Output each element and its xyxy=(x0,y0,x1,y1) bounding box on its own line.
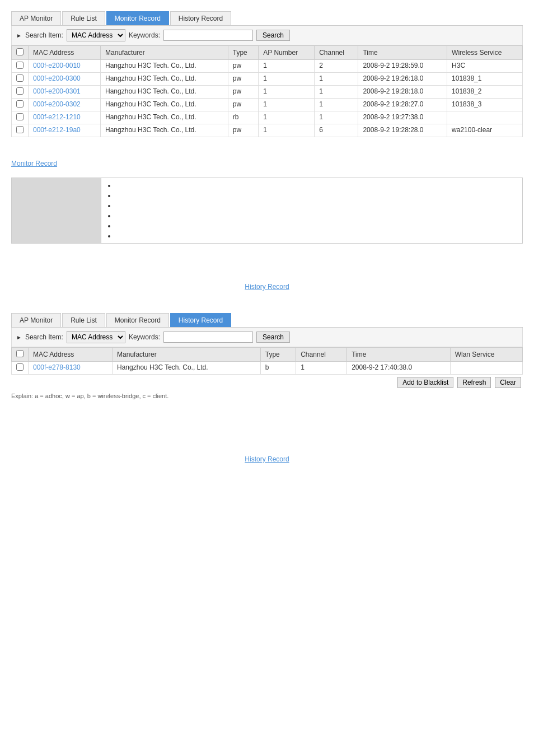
search-select-2[interactable]: MAC Address Manufacturer Type xyxy=(67,331,125,343)
col-header-channel-2: Channel xyxy=(296,348,347,362)
table-row: 000f-e200-0301 Hangzhou H3C Tech. Co., L… xyxy=(12,86,523,99)
row-time: 2008-9-2 19:26:18.0 xyxy=(358,73,447,86)
row-time: 2008-9-2 19:28:28.0 xyxy=(358,124,447,137)
explain-text: Explain: a = adhoc, w = ap, b = wireless… xyxy=(11,393,523,399)
row-manufacturer: Hangzhou H3C Tech. Co., Ltd. xyxy=(101,60,228,73)
history-record-link[interactable]: History Record xyxy=(245,283,289,291)
row-manufacturer: Hangzhou H3C Tech. Co., Ltd. xyxy=(101,99,228,111)
row-check-2[interactable] xyxy=(16,87,24,95)
row-wireless-service: 101838_3 xyxy=(447,99,523,111)
tab-history-record-1[interactable]: History Record xyxy=(170,11,231,25)
col-header-type-2: Type xyxy=(260,348,296,362)
keywords-label-2: Keywords: xyxy=(129,333,160,341)
monitor-record-section: AP Monitor Rule List Monitor Record Hist… xyxy=(11,11,523,137)
row-mac: 000f-e200-0302 xyxy=(29,99,101,111)
tab-rule-list-2[interactable]: Rule List xyxy=(62,313,105,327)
row-check-5[interactable] xyxy=(16,126,24,133)
col-header-apnumber-1: AP Number xyxy=(259,46,315,60)
row-mac: 000f-e200-0300 xyxy=(29,73,101,86)
row-checkbox[interactable] xyxy=(12,124,29,137)
mac-link-0[interactable]: 000f-e200-0010 xyxy=(33,62,81,69)
row-type: pw xyxy=(228,99,259,111)
row-checkbox[interactable] xyxy=(12,86,29,99)
row-checkbox[interactable] xyxy=(12,60,29,73)
tab-rule-list-1[interactable]: Rule List xyxy=(62,11,105,25)
col-header-mac-2: MAC Address xyxy=(29,348,113,362)
row-mac: 000f-e212-1210 xyxy=(29,111,101,124)
search-select-1[interactable]: MAC Address Manufacturer Type xyxy=(67,29,125,41)
select-all-checkbox-1[interactable] xyxy=(16,48,24,55)
row-wireless-service: 101838_1 xyxy=(447,73,523,86)
row-checkbox[interactable] xyxy=(12,111,29,124)
keywords-label-1: Keywords: xyxy=(129,31,160,39)
row-time: 2008-9-2 17:40:38.0 xyxy=(347,362,450,375)
row-mac: 000f-e212-19a0 xyxy=(29,124,101,137)
info-row xyxy=(12,178,523,244)
row-checkbox[interactable] xyxy=(12,362,29,375)
row-channel: 6 xyxy=(315,124,358,137)
row-channel: 1 xyxy=(315,73,358,86)
tab-ap-monitor-2[interactable]: AP Monitor xyxy=(11,313,61,327)
search-bar-2: ► Search Item: MAC Address Manufacturer … xyxy=(11,328,523,347)
monitor-record-link[interactable]: Monitor Record xyxy=(11,160,57,167)
search-button-2[interactable]: Search xyxy=(256,332,290,343)
history-mac-link-0[interactable]: 000f-e278-8130 xyxy=(33,363,81,371)
clear-button[interactable]: Clear xyxy=(495,377,521,388)
mac-link-1[interactable]: 000f-e200-0300 xyxy=(33,74,81,82)
row-type: pw xyxy=(228,60,259,73)
row-checkbox[interactable] xyxy=(12,99,29,111)
tab-monitor-record-1[interactable]: Monitor Record xyxy=(106,11,169,25)
tab-history-record-2[interactable]: History Record xyxy=(170,313,231,327)
row-apnumber: 1 xyxy=(259,73,315,86)
add-to-blacklist-button[interactable]: Add to Blacklist xyxy=(397,377,453,388)
history-check-0[interactable] xyxy=(16,363,24,371)
history-record-link-container: History Record xyxy=(11,283,523,291)
col-header-channel-1: Channel xyxy=(315,46,358,60)
row-wireless-service: wa2100-clear xyxy=(447,124,523,137)
row-time: 2008-9-2 19:28:27.0 xyxy=(358,99,447,111)
tab-ap-monitor-1[interactable]: AP Monitor xyxy=(11,11,61,25)
mac-link-3[interactable]: 000f-e200-0302 xyxy=(33,100,81,108)
refresh-button[interactable]: Refresh xyxy=(457,377,491,388)
history-record-section: AP Monitor Rule List Monitor Record Hist… xyxy=(11,313,523,399)
mac-link-4[interactable]: 000f-e212-1210 xyxy=(33,113,81,121)
row-channel: 2 xyxy=(315,60,358,73)
row-wireless-service: H3C xyxy=(447,60,523,73)
section4-link[interactable]: History Record xyxy=(245,455,289,463)
row-check-1[interactable] xyxy=(16,74,24,82)
info-detail-table xyxy=(11,178,523,244)
row-check-3[interactable] xyxy=(16,100,24,108)
mac-link-5[interactable]: 000f-e212-19a0 xyxy=(33,126,81,134)
row-type: b xyxy=(260,362,296,375)
row-time: 2008-9-2 19:27:38.0 xyxy=(358,111,447,124)
tab-monitor-record-2[interactable]: Monitor Record xyxy=(106,313,169,327)
tab-bar-2: AP Monitor Rule List Monitor Record Hist… xyxy=(11,313,523,328)
keywords-input-2[interactable] xyxy=(163,332,253,343)
row-apnumber: 1 xyxy=(259,60,315,73)
row-mac: 000f-e278-8130 xyxy=(29,362,113,375)
col-header-manufacturer-1: Manufacturer xyxy=(101,46,228,60)
select-all-checkbox-2[interactable] xyxy=(16,350,24,357)
row-check-4[interactable] xyxy=(16,113,24,120)
row-manufacturer: Hangzhou H3C Tech. Co., Ltd. xyxy=(101,86,228,99)
col-header-type-1: Type xyxy=(228,46,259,60)
history-record-table: MAC Address Manufacturer Type Channel Ti… xyxy=(11,347,523,375)
row-wireless-service: 101838_2 xyxy=(447,86,523,99)
row-manufacturer: Hangzhou H3C Tech. Co., Ltd. xyxy=(101,124,228,137)
keywords-input-1[interactable] xyxy=(163,30,253,41)
row-manufacturer: Hangzhou H3C Tech. Co., Ltd. xyxy=(101,111,228,124)
bullet-item-1 xyxy=(116,180,518,190)
search-button-1[interactable]: Search xyxy=(256,30,290,41)
mac-link-2[interactable]: 000f-e200-0301 xyxy=(33,87,81,95)
action-buttons-row: Add to Blacklist Refresh Clear xyxy=(11,375,523,390)
arrow-icon-2: ► xyxy=(16,334,22,340)
row-type: pw xyxy=(228,124,259,137)
row-manufacturer: Hangzhou H3C Tech. Co., Ltd. xyxy=(101,73,228,86)
col-header-checkbox-1 xyxy=(12,46,29,60)
table-row: 000f-e212-1210 Hangzhou H3C Tech. Co., L… xyxy=(12,111,523,124)
col-header-mac-1: MAC Address xyxy=(29,46,101,60)
col-header-wireless-service-1: Wireless Service xyxy=(447,46,523,60)
row-wireless-service xyxy=(447,111,523,124)
row-check-0[interactable] xyxy=(16,62,24,69)
row-checkbox[interactable] xyxy=(12,73,29,86)
